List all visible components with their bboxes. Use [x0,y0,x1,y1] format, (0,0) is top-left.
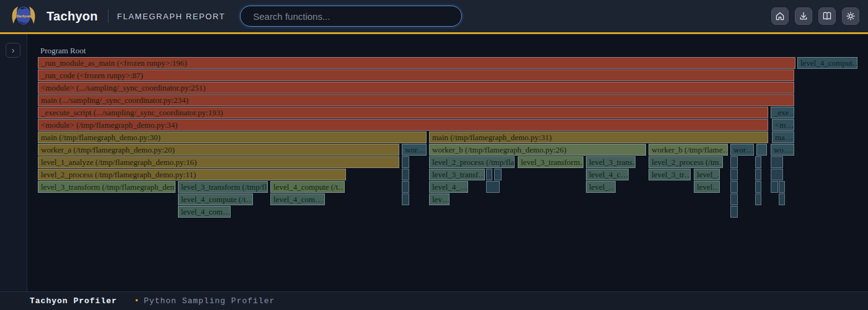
flamegraph-panel: Program Root _run_module_as_main (<froze… [0,34,868,291]
status-subtitle: Python Sampling Profiler [144,296,275,306]
flame-frame[interactable] [402,193,409,205]
download-button[interactable] [795,7,812,25]
flame-frame[interactable]: worker_b (/tmp/flamegraph_demo.py:26) [429,144,646,156]
flame-frame[interactable]: level_3_tr… [649,169,691,180]
theme-button[interactable] [842,7,859,25]
flame-frame[interactable] [730,181,738,193]
flamegraph: Program Root _run_module_as_main (<froze… [0,34,868,291]
flame-frame[interactable]: level_3_transform (/tmp/fl… [178,181,268,193]
flame-frame[interactable] [771,181,778,193]
tachyon-logo-icon: Tachyon [9,3,38,29]
search-input[interactable] [240,6,462,27]
flame-frame[interactable]: wor… [402,144,427,156]
sidebar: › [0,34,27,291]
book-icon [822,11,832,21]
flame-frame[interactable] [730,206,738,218]
flame-frame[interactable] [771,156,783,168]
flame-frame[interactable]: level_3_trans… [586,156,636,168]
header-actions [771,7,859,25]
flame-frame[interactable]: wo… [771,144,794,156]
flame-frame[interactable] [771,169,783,180]
flame-frame[interactable]: level_1_analyze (/tmp/flamegraph_demo.py… [38,156,399,168]
flame-frame[interactable] [730,156,738,168]
flame-frame[interactable]: level_2_process (/tmp/flamegraph_demo.py… [38,169,346,180]
header-divider [108,9,108,23]
flame-frame[interactable]: level_4_c… [586,169,629,180]
flame-frame[interactable]: _exe… [771,107,794,118]
app-header: Tachyon Tachyon FLAMEGRAPH REPORT [0,0,868,32]
flame-frame[interactable]: <module> (.../sampling/_sync_coordinator… [38,82,794,94]
home-button[interactable] [771,7,789,25]
flame-frame[interactable] [755,169,761,180]
flame-frame[interactable]: worker_b (/tmp/flame… [649,144,728,156]
app-title: Tachyon [46,9,98,24]
flame-frame[interactable]: level_2_process (/tm… [649,156,723,168]
flame-frame[interactable]: wor… [730,144,754,156]
home-icon [775,11,785,21]
flame-frame[interactable]: level_… [694,169,720,180]
chevron-right-icon: › [12,45,15,55]
flame-frame[interactable]: ma… [772,131,794,143]
flame-frame[interactable]: level_2_process (/tmp/fla… [429,156,515,168]
report-type-label: FLAMEGRAPH REPORT [117,12,225,21]
flame-frame[interactable]: level_3_transform… [518,156,583,168]
flame-frame[interactable]: main (.../sampling/_sync_coordinator.py:… [38,94,794,106]
flame-frame[interactable] [402,181,409,193]
flame-frame[interactable] [756,144,767,156]
flame-root-label: Program Root [40,46,86,56]
flame-frame[interactable]: level_3_transform (/tmp/flamegraph_dem… [38,181,175,193]
flame-frame[interactable]: level… [694,181,720,193]
flame-frame[interactable]: level_… [586,181,616,193]
flame-frame[interactable] [402,169,409,180]
flame-frame[interactable]: level_4_compute (/t… [178,193,253,205]
flame-frame[interactable] [730,169,738,180]
docs-button[interactable] [818,7,836,25]
flame-frame[interactable]: main (/tmp/flamegraph_demo.py:30) [38,131,427,143]
sidebar-toggle-button[interactable]: › [6,43,20,58]
flame-frame[interactable]: <module> (/tmp/flamegraph_demo.py:34) [38,119,768,131]
flame-frame[interactable] [494,169,502,180]
flame-frame[interactable]: level_3_transf… [429,169,485,180]
flame-frame[interactable] [755,181,761,193]
flame-frame[interactable]: level_4_compute (/t… [270,181,345,193]
flame-frame[interactable] [755,156,761,168]
status-bar: Tachyon Profiler • Python Sampling Profi… [0,291,868,310]
flame-frame[interactable]: _run_module_as_main (<frozen runpy>:196) [38,57,795,69]
flame-frame[interactable] [486,169,492,180]
flame-frame[interactable]: level_4_… [429,181,468,193]
flame-frame[interactable] [779,181,785,193]
svg-text:Tachyon: Tachyon [16,14,31,18]
status-dot-icon: • [135,297,139,306]
flame-frame[interactable]: _execute_script (.../sampling/_sync_coor… [38,107,768,118]
flame-frame[interactable]: level_4_comput… [797,57,857,69]
sun-icon [846,11,856,21]
flame-frame[interactable]: _run_code (<frozen runpy>:87) [38,69,794,81]
status-app-name: Tachyon Profiler [30,296,117,306]
flame-frame[interactable] [486,181,500,193]
flame-frame[interactable]: lev… [429,193,450,205]
flame-frame[interactable] [730,193,738,205]
flame-frame[interactable]: <m… [772,119,794,131]
flame-frame[interactable] [779,193,785,205]
flame-frame[interactable]: level_4_com… [270,193,325,205]
download-icon [799,11,808,21]
flame-frame[interactable]: main (/tmp/flamegraph_demo.py:31) [429,131,768,143]
flame-frame[interactable]: level_4_com… [178,206,231,218]
flame-frame[interactable] [755,193,761,205]
flame-frame[interactable]: worker_a (/tmp/flamegraph_demo.py:20) [38,144,399,156]
flame-frame[interactable] [402,156,409,168]
